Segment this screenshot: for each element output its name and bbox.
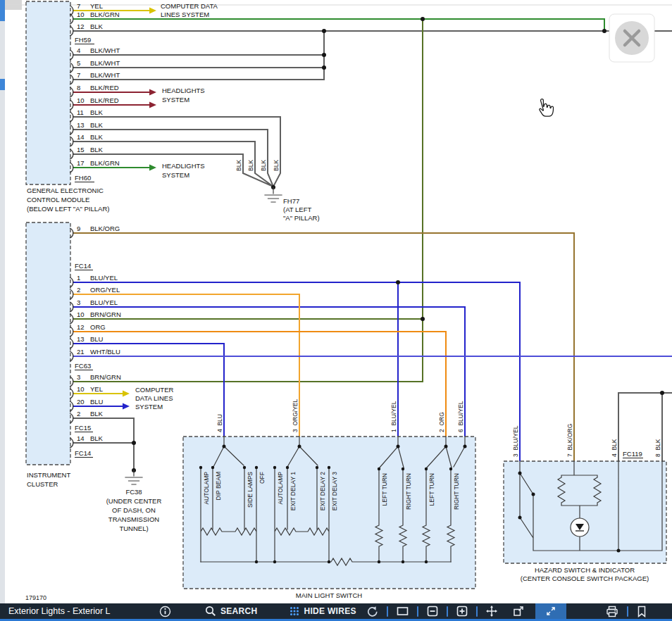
pin-number: 9 — [77, 225, 80, 232]
connector-label: FC14 — [75, 262, 91, 270]
switch-position-label: AUTOLAMP — [203, 472, 210, 505]
left-scroll-track[interactable] — [0, 0, 5, 603]
close-card — [609, 14, 654, 62]
pin-number: 2 — [77, 410, 80, 418]
wire-color-label: BRN/GRN — [90, 310, 121, 318]
wire-color-label: BLK/RED — [90, 96, 119, 104]
wire-color-vertical: BLK — [247, 160, 254, 171]
wire-color-label: BLU/YEL — [90, 299, 118, 306]
component-name: CONTROL MODULE — [27, 196, 89, 203]
zoom-in-icon — [456, 606, 468, 617]
entry-label: 1 BLU/YEL — [390, 401, 397, 432]
fit-button[interactable] — [397, 606, 409, 617]
export-icon — [513, 606, 524, 617]
switch-position-label: EXIT DELAY 2 — [319, 472, 326, 511]
system-label: HEADLIGHTS — [162, 87, 205, 94]
hazard-switch-box — [504, 461, 666, 563]
search-button[interactable]: SEARCH — [205, 606, 257, 617]
pin-number: 3 — [77, 299, 80, 306]
save-button[interactable] — [637, 606, 647, 617]
component-caption: HAZARD SWITCH & INDICATOR — [535, 566, 635, 574]
arrow-icon — [123, 8, 156, 397]
connector-label: FH60 — [75, 174, 91, 182]
pin-number: 5 — [77, 59, 80, 67]
ground-label: TUNNEL) — [119, 525, 148, 532]
pin-number: 10 — [77, 11, 85, 18]
wire-color-label: YEL — [90, 2, 103, 10]
pin-number: 20 — [77, 398, 85, 406]
tab-exterior-lights[interactable]: Exterior Lights - Exterior L — [0, 606, 148, 616]
pan-icon — [486, 606, 497, 617]
switch-position-label: SIDE LAMPS — [247, 472, 254, 508]
wire-color-label: BLK/WHT — [90, 71, 120, 79]
pin-number: 10 — [77, 96, 85, 104]
gem-module: 7YEL 10BLK/GRN 12BLK FH59 4BLK/WHT 5BLK/… — [26, 1, 120, 213]
search-icon — [205, 606, 216, 617]
system-label: COMPUTER DATA — [161, 2, 218, 10]
expand-button[interactable] — [535, 603, 566, 619]
wire-blu — [73, 282, 520, 461]
pin-number: 17 — [77, 159, 85, 167]
export-button[interactable] — [513, 606, 524, 617]
diagram-canvas: 7YEL 10BLK/GRN 12BLK FH59 4BLK/WHT 5BLK/… — [0, 0, 672, 603]
wire-color-label: ORG — [90, 323, 106, 331]
wire-color-label: BLU — [90, 335, 104, 343]
wire-color-label: BLU — [90, 398, 104, 406]
switch-position-label: RIGHT TURN — [405, 473, 412, 510]
connector-label: FC63 — [75, 362, 91, 370]
wire-color-vertical: BLK — [273, 160, 280, 171]
entry-label: 2 ORG — [438, 412, 445, 432]
hide-wires-button[interactable]: HIDE WIRES — [290, 606, 356, 616]
expand-icon — [545, 606, 556, 617]
entry-label: 4 BLU — [216, 414, 223, 432]
pan-button[interactable] — [486, 606, 497, 617]
main-light-switch: 4 BLU 3 ORG/YEL 1 BLU/YEL 2 ORG 6 BLU/YE… — [183, 399, 475, 599]
wire-color-vertical: BLK — [235, 160, 242, 171]
scrollbar-thumb[interactable] — [0, 0, 5, 21]
component-name: GENERAL ELECTRONIC — [27, 187, 104, 194]
wire-color-label: BLK — [90, 434, 104, 442]
component-caption: (CENTER CONSOLE SWITCH PACKAGE) — [521, 575, 649, 582]
instrument-cluster: 9BLK/ORG FC14 1BLU/YEL 2ORG/YEL 3BLU/YEL… — [26, 222, 121, 488]
undo-button[interactable] — [366, 606, 378, 617]
switch-position-label: DIP BEAM — [215, 472, 222, 500]
wire-color-label: BLK/GRN — [90, 159, 120, 167]
toolbar-separator — [447, 606, 448, 617]
pin-number: 10 — [77, 310, 85, 318]
wires-grid-icon — [290, 606, 299, 616]
instrument-cluster-box — [26, 222, 70, 465]
ground-symbol-fc38 — [125, 470, 142, 484]
switch-position-label: OFF — [259, 472, 266, 484]
zoom-out-button[interactable] — [427, 606, 438, 617]
ground-label: OF DASH, ON — [112, 506, 156, 514]
entry-label: 6 BLU/YEL — [457, 401, 464, 432]
scrollbar-marker[interactable] — [0, 79, 5, 90]
cursor-hand-icon — [540, 99, 554, 116]
system-label: SYSTEM — [162, 171, 189, 179]
wire-color-label: BLK/WHT — [90, 59, 120, 67]
wire-color-label: BLK/WHT — [90, 46, 120, 54]
arrow-icon — [149, 165, 156, 171]
system-annotations-top: COMPUTER DATA LINES SYSTEM HEADLIGHTS SY… — [161, 2, 320, 222]
connector-label: FC15 — [75, 424, 91, 432]
info-button[interactable] — [159, 606, 171, 617]
print-button[interactable] — [606, 606, 618, 617]
fit-icon — [397, 606, 409, 617]
ground-label: (AT LEFT — [283, 206, 311, 213]
zoom-out-icon — [427, 606, 438, 617]
wire-blkorg — [73, 233, 574, 461]
wire-color-vertical: BLK — [260, 160, 267, 171]
pin-number: 13 — [77, 335, 85, 343]
switch-position-label: EXIT DELAY 1 — [290, 472, 297, 511]
zoom-in-button[interactable] — [456, 606, 468, 617]
pin-number: 1 — [77, 274, 80, 282]
connector-label: FC14 — [75, 449, 91, 457]
wire-color-label: BLK — [90, 121, 104, 129]
printer-icon — [606, 606, 618, 617]
system-label: SYSTEM — [162, 96, 189, 104]
wires-layer — [73, 8, 672, 485]
entry-label: 7 BLK/ORG — [566, 424, 573, 457]
pin-number: 10 — [77, 385, 85, 393]
wire-color-label: ORG/YEL — [90, 286, 120, 294]
system-label: HEADLIGHTS — [162, 162, 205, 170]
